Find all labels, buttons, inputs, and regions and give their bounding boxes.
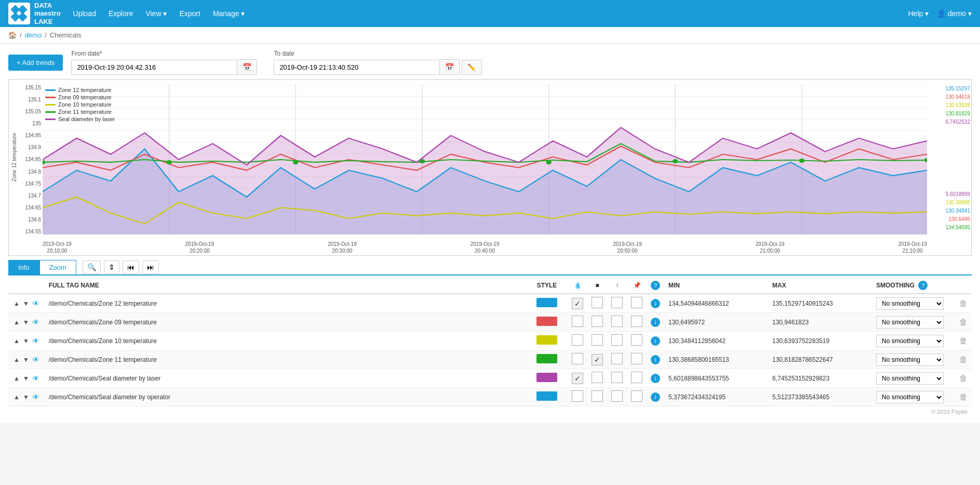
breadcrumb-demo[interactable]: demo	[25, 31, 42, 39]
row-up-button[interactable]: ▲	[12, 318, 21, 327]
row-check-up[interactable]	[611, 334, 623, 346]
tab-info[interactable]: Info	[8, 260, 39, 274]
nav-manage[interactable]: Manage ▾	[213, 9, 245, 18]
row-check-up[interactable]	[611, 390, 623, 402]
row-color-swatch[interactable]	[536, 373, 557, 382]
row-up-button[interactable]: ▲	[12, 299, 21, 308]
row-info-button[interactable]: i	[651, 355, 660, 364]
row-check-up[interactable]	[611, 297, 623, 308]
row-check-fill[interactable]	[592, 297, 603, 308]
row-check-drop[interactable]	[572, 334, 583, 346]
date-from-input[interactable]	[71, 60, 237, 75]
row-max: 5,512373385543465	[768, 388, 872, 407]
row-smoothing-select[interactable]: No smoothing	[876, 372, 944, 385]
row-visibility-button[interactable]: 👁	[31, 317, 41, 327]
row-up-button[interactable]: ▲	[12, 392, 21, 402]
table-row: ▲ ▼ 👁 /demo/Chemicals/Zone 12 temperatur…	[8, 294, 972, 313]
row-smoothing-select[interactable]: No smoothing	[876, 353, 944, 366]
prev-button[interactable]: ⏮	[123, 260, 139, 274]
row-check-up[interactable]	[611, 353, 623, 364]
breadcrumb-home[interactable]: 🏠	[8, 31, 17, 39]
row-visibility-button[interactable]: 👁	[31, 373, 41, 384]
next-button[interactable]: ⏭	[142, 260, 159, 274]
row-check-fill[interactable]	[592, 334, 603, 346]
nav-upload[interactable]: Upload	[73, 9, 96, 18]
row-delete-button[interactable]: 🗑	[959, 299, 968, 308]
row-check-drop[interactable]: ✓	[572, 298, 583, 309]
row-info-button[interactable]: i	[651, 392, 660, 402]
row-smoothing-select[interactable]: No smoothing	[876, 297, 944, 310]
row-down-button[interactable]: ▼	[22, 355, 30, 364]
row-check-pin[interactable]	[631, 390, 642, 402]
row-down-button[interactable]: ▼	[22, 392, 30, 402]
add-trends-button[interactable]: + Add trends	[8, 55, 63, 71]
zoom-in-button[interactable]: 🔍	[83, 260, 101, 274]
row-check-fill[interactable]	[592, 372, 603, 383]
row-check-up[interactable]	[611, 316, 623, 327]
tab-zoom[interactable]: Zoom	[39, 260, 76, 274]
row-down-button[interactable]: ▼	[22, 299, 30, 308]
nav-right: Help ▾ 👤 demo ▾	[908, 9, 972, 18]
row-info-button[interactable]: i	[651, 318, 660, 327]
row-check-fill[interactable]	[592, 316, 603, 327]
row-color-swatch[interactable]	[536, 354, 557, 363]
row-smoothing-select[interactable]: No smoothing	[876, 391, 944, 403]
row-down-button[interactable]: ▼	[22, 318, 30, 327]
row-check-pin[interactable]	[631, 372, 642, 383]
row-visibility-button[interactable]: 👁	[31, 336, 41, 346]
row-info-cell: i	[647, 313, 664, 332]
col-controls-header	[8, 278, 45, 294]
row-visibility-button[interactable]: 👁	[31, 392, 41, 402]
row-visibility-button[interactable]: 👁	[31, 355, 41, 365]
date-edit-button[interactable]: ✏️	[462, 60, 482, 75]
row-info-button[interactable]: i	[651, 299, 660, 308]
row-delete-button[interactable]: 🗑	[959, 374, 968, 383]
row-color-swatch[interactable]	[536, 317, 557, 326]
row-smoothing-select[interactable]: No smoothing	[876, 316, 944, 329]
nav-explore[interactable]: Explore	[109, 9, 133, 18]
row-check-drop[interactable]: ✓	[572, 373, 583, 384]
row-down-button[interactable]: ▼	[22, 336, 30, 346]
row-check-pin[interactable]	[631, 316, 642, 327]
row-check-pin[interactable]	[631, 334, 642, 346]
row-check-up[interactable]	[611, 372, 623, 383]
row-check-fill[interactable]	[592, 390, 603, 402]
smoothing-header-help[interactable]: ?	[918, 281, 928, 290]
row-info-button[interactable]: i	[651, 336, 660, 346]
nav-view[interactable]: View ▾	[145, 9, 167, 18]
row-delete-button[interactable]: 🗑	[959, 336, 968, 346]
row-check-fill[interactable]: ✓	[592, 354, 603, 365]
nav-help[interactable]: Help ▾	[908, 9, 929, 18]
row-check-drop[interactable]	[572, 316, 583, 327]
svg-rect-3	[18, 12, 27, 21]
row-check-drop[interactable]	[572, 353, 583, 364]
row-check-pin[interactable]	[631, 297, 642, 308]
nav-export[interactable]: Export	[179, 9, 200, 18]
row-color-swatch[interactable]	[536, 298, 557, 307]
date-to-calendar-button[interactable]: 📅	[440, 59, 460, 75]
crosshair-button[interactable]: ⇕	[104, 260, 119, 274]
tab-tools: 🔍 ⇕ ⏮ ⏭	[83, 260, 159, 274]
row-up-button[interactable]: ▲	[12, 355, 21, 364]
svg-point-27	[166, 160, 171, 164]
row-delete-button[interactable]: 🗑	[959, 392, 968, 402]
date-from-calendar-button[interactable]: 📅	[237, 59, 257, 75]
row-min: 130,6495972	[664, 313, 768, 332]
row-color-swatch[interactable]	[536, 335, 557, 345]
row-min: 130,3484112856042	[664, 332, 768, 350]
row-check-drop[interactable]	[572, 390, 583, 402]
row-up-button[interactable]: ▲	[12, 374, 21, 383]
row-down-button[interactable]: ▼	[22, 374, 30, 383]
row-color-swatch[interactable]	[536, 391, 557, 401]
row-up-button[interactable]: ▲	[12, 336, 21, 346]
info-header-button[interactable]: ?	[651, 281, 660, 290]
date-to-input[interactable]	[274, 60, 440, 75]
row-visibility-button[interactable]: 👁	[31, 298, 41, 309]
date-from-group: From date* 📅	[71, 50, 257, 75]
row-delete-button[interactable]: 🗑	[959, 355, 968, 364]
nav-user[interactable]: 👤 demo ▾	[937, 9, 972, 18]
row-smoothing-select[interactable]: No smoothing	[876, 335, 944, 347]
row-delete-button[interactable]: 🗑	[959, 318, 968, 327]
row-check-pin[interactable]	[631, 353, 642, 364]
row-info-button[interactable]: i	[651, 374, 660, 383]
